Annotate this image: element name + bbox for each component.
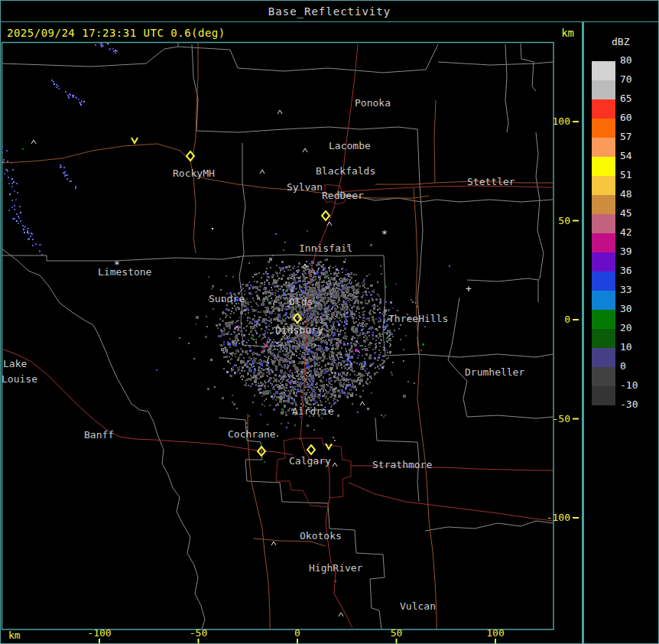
bottom-axis-tick [495, 639, 496, 643]
right-axis-tick-label: -50 [553, 413, 570, 424]
radar-site-marker-icon[interactable] [307, 445, 315, 454]
window-title: Base_Reflectivity [268, 5, 391, 18]
bottom-axis-tick [297, 639, 298, 643]
radar-viewer-window: Base_Reflectivity **+PonokaLacombeBlackf… [0, 0, 659, 644]
scale-color-block [592, 291, 615, 310]
scale-tick-label: 20 [620, 323, 632, 333]
right-axis-tick-label: 100 [553, 115, 570, 127]
city-label: Calgary [289, 455, 331, 467]
scale-color-block [592, 176, 615, 195]
city-label: Limestone [98, 266, 152, 278]
bottom-axis-tick [396, 639, 398, 643]
city-label: Lacombe [329, 140, 371, 151]
wind-profiler-marker-icon [326, 444, 332, 449]
city-label: Airdrie [292, 405, 334, 417]
town-marker-icon [339, 613, 343, 616]
bottom-axis-tick-label: -100 [87, 627, 111, 639]
scale-tick-label: 51 [620, 170, 632, 181]
scale-color-block [592, 233, 615, 252]
city-label: Ponoka [355, 97, 391, 109]
bottom-axis-tick-label: 0 [294, 627, 300, 639]
scale-tick-label: 60 [620, 112, 632, 123]
bottom-axis-tick [198, 639, 200, 643]
town-marker-icon [31, 140, 36, 144]
city-label: Vulcan [400, 600, 436, 612]
bottom-axis-tick-label: -50 [190, 627, 207, 639]
right-axis-tick [573, 517, 579, 519]
city-label: Banff [84, 429, 114, 441]
city-label: Blackfalds [316, 165, 375, 177]
city-label: RockyMH [173, 168, 215, 179]
scale-tick-label: 0 [620, 361, 626, 372]
scale-tick-label: 48 [620, 189, 632, 200]
city-label: ThreeHills [388, 313, 448, 324]
scale-color-block [592, 252, 615, 272]
city-label: Strathmore [372, 459, 432, 470]
town-marker-icon [212, 228, 213, 229]
timestamp-label: 2025/09/24 17:23:31 UTC 0.6(deg) [7, 27, 226, 39]
scale-color-block [592, 195, 615, 214]
radar-map[interactable]: **+PonokaLacombeBlackfaldsSylvanRedDeerR… [1, 22, 582, 644]
scale-tick-label: 45 [620, 208, 632, 219]
right-axis-unit-label: km [561, 27, 574, 39]
map-frame [2, 43, 554, 630]
town-marker-icon [278, 110, 282, 114]
scale-color-block [592, 99, 615, 119]
bottom-axis-tick-label: 100 [486, 627, 504, 639]
scale-tick-label: 54 [620, 151, 632, 161]
scale-color-block [592, 310, 615, 329]
scale-color-block [592, 214, 615, 233]
radar-site-marker-icon[interactable] [322, 211, 330, 220]
scale-tick-label: 10 [620, 342, 632, 353]
town-marker-icon: + [466, 283, 472, 294]
title-bar: Base_Reflectivity [1, 1, 658, 22]
city-label: Olds [289, 296, 313, 307]
map-panel: **+PonokaLacombeBlackfaldsSylvanRedDeerR… [1, 22, 582, 643]
wind-profiler-marker-icon [131, 138, 138, 143]
city-label: Cochrane [228, 428, 276, 440]
scale-color-block [592, 61, 615, 80]
scale-color-block [592, 367, 615, 386]
scale-tick-label: 30 [620, 304, 632, 314]
scale-color-block [592, 329, 615, 348]
scale-unit-label: dBZ [612, 36, 629, 47]
scale-color-block [592, 386, 615, 405]
town-marker-icon: * [381, 228, 388, 239]
town-marker-icon [333, 463, 337, 467]
city-label: Sundre [209, 293, 245, 304]
scale-tick-label: 57 [620, 132, 632, 142]
scale-tick-label: 42 [620, 227, 632, 238]
scale-tick-label: -10 [620, 380, 638, 391]
right-axis-tick [573, 220, 579, 222]
scale-tick-label: 33 [620, 285, 632, 295]
right-axis-tick-label: 0 [564, 314, 570, 325]
bottom-axis-tick-label: 50 [391, 627, 403, 639]
scale-tick-label: 36 [620, 265, 632, 276]
scale-color-block [592, 348, 615, 367]
town-marker-icon [260, 170, 265, 174]
radar-echo-clutter [1, 42, 450, 582]
right-axis-tick [573, 418, 579, 420]
city-label: Lake [3, 358, 27, 369]
highways-secondary [2, 43, 553, 629]
scale-tick-label: -30 [620, 399, 638, 410]
scale-color-block [592, 157, 615, 176]
right-axis-tick [573, 319, 579, 320]
scale-tick-label: 80 [620, 55, 632, 66]
bottom-axis-unit-label: km [8, 629, 21, 641]
scale-tick-label: 39 [620, 246, 632, 257]
city-label: RedDeer [322, 190, 364, 201]
city-label: Okotoks [300, 530, 342, 542]
map-content: **+PonokaLacombeBlackfaldsSylvanRedDeerR… [1, 42, 553, 629]
bottom-axis-tick [99, 639, 100, 643]
city-label: Stettler [467, 176, 515, 187]
right-axis-tick [573, 121, 579, 122]
right-axis-tick-label: 50 [558, 215, 570, 226]
city-label: Didsbury [275, 324, 323, 336]
scale-color-block [592, 138, 615, 157]
city-label: Louise [2, 373, 37, 385]
city-label: HighRiver [309, 562, 363, 574]
town-marker-icon [360, 402, 365, 405]
town-marker-icon [303, 148, 307, 152]
scale-color-block [592, 80, 615, 99]
